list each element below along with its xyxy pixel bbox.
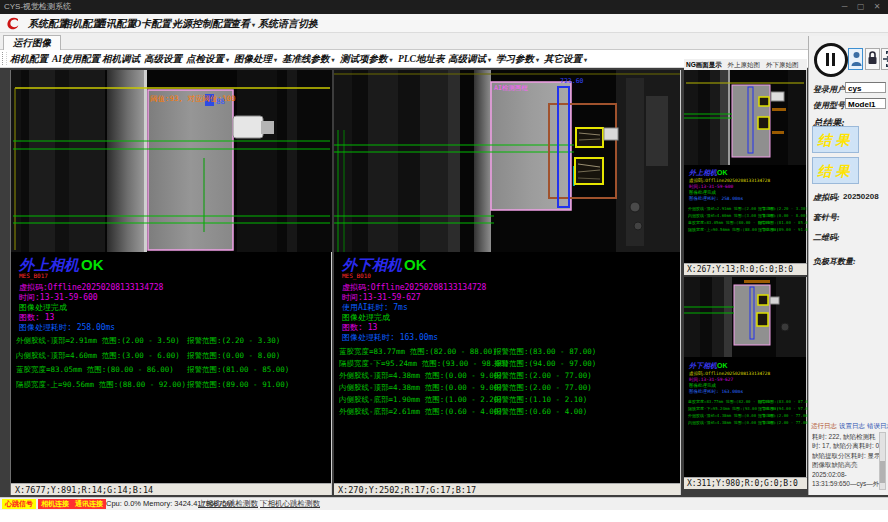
tool-test-param[interactable]: 测试项参数▾	[340, 50, 393, 68]
tab-run-image[interactable]: 运行图像	[3, 35, 61, 51]
menu-io-config[interactable]: IO卡配置▾	[130, 14, 176, 33]
user-label: 登录用户:	[813, 84, 848, 95]
vcode-label: 虚拟码:	[813, 192, 840, 203]
ai-region-label: AI检测画框	[494, 84, 528, 92]
mini-vcode-line: 虚拟码:Offline20250208133134728	[689, 371, 770, 376]
log-content: 耗时: 222, 缺陷检测耗时: 17, 缺陷分离耗时: 0, 缺陷提取分区耗时…	[812, 432, 882, 490]
measure-row: 隔膜宽度-下=95.24mm 范围:(93.00 - 98.00)报警范围:(9…	[334, 359, 680, 369]
tool-ai-config[interactable]: AI使用配置	[52, 50, 100, 68]
elapsed-line: 图像处理耗时: 163.00ms	[342, 332, 438, 343]
mini-time-line: 时间:13-31-59-627	[689, 377, 733, 382]
camera-name: 外下相机	[342, 257, 402, 273]
tool-advanced-debug[interactable]: 高级调试▾	[448, 50, 491, 68]
upper-camera-heartbeat-link[interactable]: 上相机心跳检测数	[198, 499, 258, 509]
pause-button[interactable]	[814, 43, 848, 77]
menu-light-config[interactable]: 光源控制配置▾	[172, 14, 237, 33]
tool-plc-table[interactable]: PLC地址表	[398, 50, 444, 68]
pixel-coord-bar: X:7677;Y:891;R:14;G:14;B:14	[11, 483, 331, 495]
tab-lower-raw[interactable]: 外下原始图	[766, 61, 799, 68]
mini-image-upper[interactable]	[684, 70, 806, 165]
tab-error-log[interactable]: 错误日志	[867, 422, 888, 429]
tool-advanced-set[interactable]: 高级设置	[144, 50, 182, 68]
tab-ng-display[interactable]: NG画面显示	[686, 61, 722, 68]
toolbar-grip	[2, 52, 7, 65]
camera-panel-lower: AI检测画框 723.60 外下相机OK MES_B010 虚拟码:Offlin…	[334, 70, 681, 495]
chevron-down-icon: ▾	[584, 57, 587, 63]
chevron-down-icon: ▾	[226, 57, 229, 63]
menu-language-switch[interactable]: 系统语言切换	[258, 14, 318, 33]
qrcode-label: 二维码:	[813, 232, 840, 243]
tool-camera-debug[interactable]: 相机调试	[102, 50, 140, 68]
measure-row: 内侧胶线-顶部=4.60mm 范围:(3.00 - 6.00)报警范围:(0.0…	[11, 351, 331, 361]
camera-image-upper[interactable]: 阈值:93, 对应阈值:100 88	[11, 70, 332, 252]
chevron-down-icon: ▾	[536, 57, 539, 63]
tool-learn-param[interactable]: 学习参数▾	[496, 50, 539, 68]
needle-label: 套针号:	[813, 212, 840, 223]
camera-panel-upper: 阈值:93, 对应阈值:100 88 外上相机OK MES_B017 虚拟码:O…	[10, 70, 332, 495]
lower-camera-heartbeat-link[interactable]: 下相机心跳检测数	[260, 499, 320, 509]
tool-other-settings[interactable]: 其它设置▾	[544, 50, 587, 68]
person-icon	[850, 49, 863, 69]
mini-view-lower: 外下相机OK 虚拟码:Offline20250208133134728 时间:1…	[684, 277, 807, 477]
measure-row: 蓝胶宽度=83.77mm 范围:(82.00 - 88.00)报警范围:(83.…	[334, 347, 680, 357]
model-value-field[interactable]: Model1	[845, 98, 886, 109]
status-bar: 心跳信号 相机连接 通讯连接 Cpu: 0.0% Memory: 3424.41…	[0, 497, 888, 510]
elapsed-line: 图像处理耗时: 258.00ms	[19, 322, 115, 333]
chevron-down-icon: ▾	[390, 57, 393, 63]
chevron-down-icon: ▾	[488, 57, 491, 63]
mini-vcode-line: 虚拟码:Offline20250208133134728	[689, 178, 770, 183]
tab-upper-raw[interactable]: 外上原始图	[728, 61, 761, 68]
comm-link-indicator: 通讯连接	[72, 499, 106, 509]
exit-button[interactable]	[881, 48, 888, 70]
measure-row: 外侧胶线-顶部=4.38mm 范围:(0.00 - 9.00)报警范围:(2.0…	[334, 371, 680, 381]
exit-door-icon	[882, 49, 888, 69]
camera-name: 外上相机	[19, 257, 79, 273]
mes-code: MES_B017	[19, 272, 48, 279]
heartbeat-indicator: 心跳信号	[2, 499, 36, 509]
lock-button[interactable]	[865, 48, 880, 70]
tool-baseline-param[interactable]: 基准线参数▾	[282, 50, 335, 68]
camera-link-indicator: 相机连接	[38, 499, 72, 509]
status-ok-badge: OK	[81, 256, 104, 273]
mini-elapsed-line: 图像处理耗时: 163.00ms	[689, 389, 743, 394]
user-value-field[interactable]: cys	[845, 82, 886, 93]
measure-row: 隔膜宽度-上=90.56mm 范围:(88.00 - 92.00)报警范围:(8…	[11, 380, 331, 390]
pixel-coord-bar: X:270;Y:2502;R:17;G:17;B:17	[334, 483, 680, 495]
camera-image-lower[interactable]: AI检测画框 723.60	[334, 70, 680, 252]
mini-result-title: 外下相机OK	[689, 361, 728, 371]
close-button[interactable]: ✕	[870, 0, 884, 14]
mini-coord-bar: X:311;Y:980;R:0;G:0;B:0	[684, 477, 807, 489]
tab-run-log[interactable]: 运行日志	[811, 422, 837, 429]
tab-count-label: 负极耳数量:	[813, 256, 856, 267]
mes-code: MES_B010	[342, 272, 371, 279]
model-label: 使用型号:	[813, 100, 848, 111]
chevron-down-icon: ▾	[274, 57, 277, 63]
mini-image-lower[interactable]	[684, 277, 806, 357]
status-ok-badge: OK	[404, 256, 427, 273]
mini-done-line: 图像处理完成	[689, 190, 716, 195]
app-logo-icon	[5, 16, 21, 31]
menu-bar: 系统配置 相机配置 通讯配置 IO卡配置▾ 光源控制配置▾ 查看▾ 系统语言切换	[0, 14, 888, 33]
mini-elapsed-line: 图像处理耗时: 258.00ms	[689, 196, 743, 201]
tool-spot-check[interactable]: 点检设置▾	[186, 50, 229, 68]
minimize-button[interactable]: ─	[838, 0, 852, 14]
window-controls: ─ ▢ ✕	[838, 0, 884, 14]
log-scrollbar[interactable]	[879, 432, 886, 490]
user-button[interactable]	[848, 48, 863, 70]
maximize-button[interactable]: ▢	[854, 0, 868, 14]
mini-time-line: 时间:13-31-59-600	[689, 184, 733, 189]
result-badge-upper: 结果	[812, 126, 859, 153]
lock-icon	[866, 49, 879, 69]
tool-camera-config[interactable]: 相机配置	[10, 50, 48, 68]
tab-strip: 运行图像	[0, 33, 888, 50]
tab-settings-log[interactable]: 设置日志	[839, 422, 865, 429]
app-window: CYS-视觉检测系统 ─ ▢ ✕ 系统配置 相机配置 通讯配置 IO卡配置▾ 光…	[0, 0, 888, 522]
window-title: CYS-视觉检测系统	[4, 2, 71, 11]
measure-row: 外侧胶线-底部=2.61mm 范围:(0.60 - 4.00)报警范围:(0.6…	[334, 407, 680, 417]
tool-image-process[interactable]: 图像处理▾	[234, 50, 277, 68]
marker-value-text: 88	[216, 97, 226, 106]
scrollbar-thumb[interactable]	[880, 461, 885, 483]
measure-row: 内侧胶线-底部=1.90mm 范围:(1.00 - 2.20)报警范围:(1.1…	[334, 395, 680, 405]
menu-view[interactable]: 查看▾	[230, 14, 255, 33]
result-badge-lower: 结果	[812, 157, 859, 184]
